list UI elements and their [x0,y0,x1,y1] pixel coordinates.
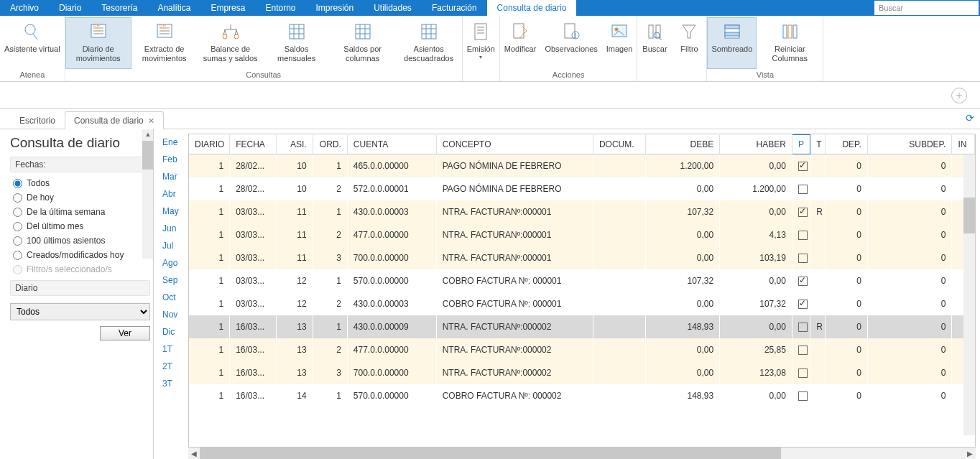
table-row[interactable]: 128/02...101465.0.0.00000PAGO NÓMINA DE … [189,154,975,177]
menu-item-tesorería[interactable]: Tesorería [91,0,147,16]
ribbon-balance[interactable]: Balance de sumas y saldos [198,17,264,69]
month-mar[interactable]: Mar [154,168,188,185]
month-jun[interactable]: Jun [154,220,188,237]
checkbox-p[interactable] [798,323,808,332]
col-header-in[interactable]: IN [952,135,975,154]
table-row[interactable]: 116/03...131430.0.0.00009NTRA. FACTURANº… [189,315,975,338]
col-header-cuenta[interactable]: CUENTA [347,135,436,154]
col-header-concepto[interactable]: CONCEPTO [436,135,593,154]
month-2t[interactable]: 2T [154,358,188,375]
ribbon-filtro[interactable]: Filtro [672,17,706,78]
ribbon-extracto[interactable]: D HExtracto de movimientos [131,17,198,69]
checkbox-p[interactable] [798,162,808,171]
menu-item-utilidades[interactable]: Utilidades [364,0,422,16]
table-row[interactable]: 103/03...112477.0.0.00000NTRA. FACTURANº… [189,223,975,246]
checkbox-p[interactable] [798,208,808,217]
fecha-radio-0[interactable]: Todos [13,178,147,188]
table-row[interactable]: 103/03...121570.0.0.00000COBRO FACTURA N… [189,269,975,292]
col-header-p[interactable]: P [792,135,810,154]
ver-button[interactable]: Ver [100,326,150,340]
fecha-radio-2[interactable]: De la última semana [13,207,147,217]
month-1t[interactable]: 1T [154,340,188,358]
menu-item-entorno[interactable]: Entorno [255,0,305,16]
col-header-subdep[interactable]: SUBDEP. [867,135,952,154]
month-ago[interactable]: Ago [154,254,188,272]
checkbox-p[interactable] [798,277,808,286]
month-ene[interactable]: Ene [154,134,188,151]
refresh-icon[interactable]: ⟳ [966,112,974,124]
table-row[interactable]: 116/03...133700.0.0.00000NTRA. FACTURANº… [189,361,975,384]
table-row[interactable]: 128/02...102572.0.0.00001PAGO NÓMINA DE … [189,177,975,200]
ribbon-imagen[interactable]: Imagen [602,17,637,69]
fecha-radio-3[interactable]: Del último mes [13,221,147,231]
checkbox-p[interactable] [798,368,808,378]
filtro-icon [678,20,701,43]
table-row[interactable]: 103/03...113700.0.0.00000NTRA. FACTURANº… [189,246,975,269]
month-jul[interactable]: Jul [154,237,188,254]
table-row[interactable]: 116/03...132477.0.0.00000NTRA. FACTURANº… [189,338,975,361]
cell-fecha: 28/02... [230,154,277,177]
col-header-debe[interactable]: DEBE [646,135,720,154]
month-dic[interactable]: Dic [154,323,188,340]
menu-item-consulta-de-diario[interactable]: Consulta de diario [487,0,577,16]
diario-select[interactable]: Todos [10,303,150,320]
ribbon-label: Reiniciar Columnas [761,45,818,63]
grid-vscroll[interactable] [963,154,975,435]
month-abr[interactable]: Abr [154,185,188,203]
ribbon-sombreado[interactable]: Sombreado [707,17,757,69]
ribbon-emision[interactable]: Emisión▾ [463,17,499,78]
month-may[interactable]: May [154,203,188,220]
table-row[interactable]: 103/03...111430.0.0.00003NTRA. FACTURANº… [189,200,975,223]
col-header-docum[interactable]: DOCUM. [593,135,645,154]
doc-tab-escritorio[interactable]: Escritorio [10,111,65,129]
checkbox-p[interactable] [798,231,808,240]
doc-tab-consulta-de-diario[interactable]: Consulta de diario✕ [65,111,164,129]
menu-item-facturación[interactable]: Facturación [422,0,487,16]
ribbon-reiniciar-col[interactable]: Reiniciar Columnas [757,17,823,69]
ribbon-buscar[interactable]: Buscar [637,17,672,78]
data-grid[interactable]: DIARIOFECHAASI.ORD.CUENTACONCEPTODOCUM.D… [188,134,976,448]
menu-item-impresión[interactable]: Impresión [305,0,364,16]
search-input[interactable]: Buscar [874,1,979,15]
checkbox-p[interactable] [798,346,808,355]
ribbon-asientos-desc[interactable]: Asientos descuadrados [396,17,462,69]
cell-ord: 2 [313,177,347,200]
col-header-fecha[interactable]: FECHA [230,135,277,154]
col-header-dep[interactable]: DEP. [826,135,868,154]
menu-item-analítica[interactable]: Analítica [147,0,200,16]
fecha-radio-4[interactable]: 100 últimos asientos [13,236,147,246]
grid-hscroll[interactable]: ◀▶ [188,448,976,459]
month-nov[interactable]: Nov [154,306,188,323]
cell-dep: 0 [826,315,868,338]
ribbon-saldos-col[interactable]: Saldos por columnas [330,17,396,69]
col-header-ord[interactable]: ORD. [313,135,347,154]
menu-item-empresa[interactable]: Empresa [200,0,255,16]
month-3t[interactable]: 3T [154,375,188,392]
ribbon-modificar[interactable]: Modificar [500,17,541,69]
sidebar-scrollbar[interactable]: ▲ [142,129,154,259]
fecha-radio-5[interactable]: Creados/modificados hoy [13,250,147,260]
ribbon-observaciones[interactable]: Observaciones [540,17,601,69]
table-row[interactable]: 116/03...141570.0.0.00000COBRO FACTURA N… [189,384,975,407]
month-oct[interactable]: Oct [154,289,188,306]
col-header-t[interactable]: T [810,135,826,154]
checkbox-p[interactable] [798,254,808,263]
col-header-haber[interactable]: HABER [720,135,792,154]
month-feb[interactable]: Feb [154,151,188,168]
col-header-diario[interactable]: DIARIO [189,135,230,154]
checkbox-p[interactable] [798,300,808,309]
checkbox-p[interactable] [798,391,808,401]
ribbon-saldos-men[interactable]: Saldos mensuales [264,17,330,69]
checkbox-p[interactable] [798,185,808,194]
table-row[interactable]: 103/03...122430.0.0.00003COBRO FACTURA N… [189,292,975,315]
menu-item-archivo[interactable]: Archivo [0,0,49,16]
menu-item-diario[interactable]: Diario [49,0,91,16]
add-icon[interactable]: + [951,88,967,103]
col-header-asi[interactable]: ASI. [277,135,313,154]
cell-t: R [810,200,826,223]
ribbon-diario-mov[interactable]: D HDiario de movimientos [65,17,131,69]
fecha-radio-1[interactable]: De hoy [13,193,147,203]
ribbon-asistente[interactable]: Asistente virtual [0,17,65,69]
month-sep[interactable]: Sep [154,272,188,289]
close-icon[interactable]: ✕ [148,116,154,125]
